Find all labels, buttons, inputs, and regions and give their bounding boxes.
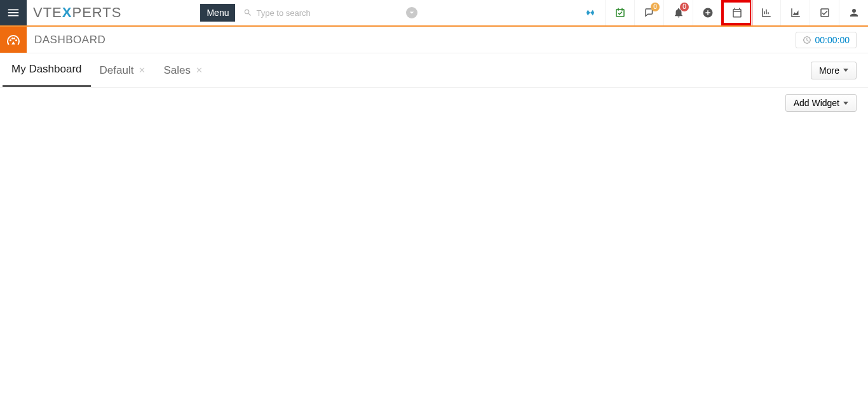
tab-default[interactable]: Default ✕: [91, 53, 155, 87]
checkbox-icon: [819, 7, 831, 18]
more-button[interactable]: More: [811, 62, 857, 79]
dashboard-module-icon[interactable]: [0, 27, 27, 53]
user-icon: [848, 7, 860, 18]
close-icon[interactable]: ✕: [139, 65, 146, 75]
search-input[interactable]: [256, 8, 406, 18]
app-switcher-icon-cell[interactable]: [576, 0, 605, 25]
module-header: DASHBOARD 00:00:00: [0, 27, 868, 53]
logo-part-right: PERTS: [72, 4, 121, 21]
top-navbar: VTEXPERTS Menu 0 0: [0, 0, 868, 27]
chat-badge: 0: [651, 3, 660, 11]
tab-label: Default: [100, 64, 134, 77]
quick-create-icon-cell[interactable]: [693, 0, 722, 25]
chat-icon-cell[interactable]: 0: [634, 0, 663, 25]
calendar-check-icon: [614, 7, 626, 18]
close-icon[interactable]: ✕: [196, 65, 203, 75]
menu-button[interactable]: Menu: [200, 4, 235, 22]
area-chart-icon: [790, 7, 801, 18]
calendar-green-icon-cell[interactable]: [605, 0, 634, 25]
tab-label: Sales: [163, 64, 191, 77]
calendar-icon: [731, 7, 743, 18]
caret-down-icon: [843, 102, 848, 105]
area-chart-icon-cell[interactable]: [780, 0, 810, 25]
user-icon-cell[interactable]: [839, 0, 868, 25]
more-label: More: [819, 65, 839, 76]
widget-toolbar: Add Widget: [0, 88, 868, 118]
tasks-icon-cell[interactable]: [810, 0, 839, 25]
add-widget-label: Add Widget: [794, 98, 839, 108]
bar-chart-icon-cell[interactable]: [751, 0, 780, 25]
svg-rect-0: [616, 10, 624, 17]
logo-part-x: X: [62, 4, 72, 21]
timer-button[interactable]: 00:00:00: [796, 32, 857, 48]
tab-sales[interactable]: Sales ✕: [154, 53, 212, 87]
app-switcher-icon: [585, 7, 596, 18]
notifications-badge: 0: [680, 3, 689, 11]
module-title: DASHBOARD: [27, 27, 105, 53]
calendar-icon-cell[interactable]: [722, 0, 751, 25]
caret-down-icon: [843, 69, 848, 72]
gauge-icon: [6, 32, 21, 48]
dashboard-tabs: My Dashboard Default ✕ Sales ✕ More: [0, 53, 868, 88]
tab-label: My Dashboard: [11, 63, 82, 76]
clock-icon: [803, 36, 811, 44]
timer-value: 00:00:00: [815, 35, 850, 45]
app-logo[interactable]: VTEXPERTS: [27, 0, 130, 25]
hamburger-menu[interactable]: [0, 0, 27, 25]
tab-my-dashboard[interactable]: My Dashboard: [3, 53, 91, 87]
notifications-icon-cell[interactable]: 0: [663, 0, 693, 25]
global-search[interactable]: [238, 4, 422, 22]
chevron-down-icon: [409, 10, 414, 15]
search-dropdown-toggle[interactable]: [406, 7, 417, 18]
logo-part-left: VTE: [33, 4, 62, 21]
dashboard-content: [0, 118, 868, 372]
header-icons: 0 0: [576, 0, 868, 25]
hamburger-icon: [6, 6, 20, 20]
bar-chart-icon: [761, 7, 772, 18]
add-widget-button[interactable]: Add Widget: [785, 94, 857, 112]
plus-circle-icon: [702, 7, 714, 18]
search-icon: [243, 8, 252, 17]
